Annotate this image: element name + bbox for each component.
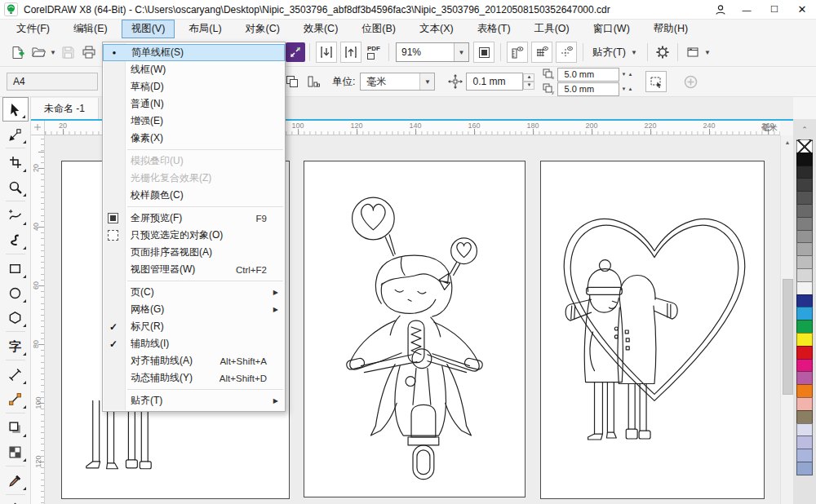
color-swatch[interactable] [796,449,813,462]
show-grid-button[interactable] [531,42,552,63]
duplicate-y-spinner[interactable]: ▼▲ [621,86,634,91]
color-swatch[interactable] [796,410,813,424]
duplicate-x-spinner[interactable]: ▼▲ [621,72,634,77]
account-icon[interactable] [708,0,733,19]
color-swatch[interactable] [796,371,813,385]
view-menu-item[interactable]: 贴齐(T)▶ [103,392,285,409]
color-swatch[interactable] [796,204,813,218]
view-menu-item[interactable]: ●简单线框(S) [103,44,285,61]
menubar-item[interactable]: 表格(T) [468,20,521,38]
vertical-scrollbar[interactable]: ▲ [780,135,793,504]
view-menu-item[interactable]: 草稿(D) [103,78,285,95]
menubar-item[interactable]: 窗口(W) [583,20,640,38]
view-menu-item[interactable]: 增强(E) [103,113,285,130]
view-menu-item[interactable]: 校样颜色(C) [103,187,285,204]
view-menu-item[interactable]: 全屏预览(F)F9 [103,210,285,227]
color-swatch[interactable] [796,217,813,231]
color-swatch[interactable] [796,359,813,373]
color-swatch[interactable] [796,384,813,398]
maximize-button[interactable]: ☐ [761,0,788,19]
publish-pdf-button[interactable]: PDF [363,42,384,63]
pick-tool[interactable] [2,97,29,122]
menubar-item[interactable]: 编辑(E) [64,20,118,38]
artistic-media-tool[interactable] [2,228,29,252]
view-menu-item[interactable]: 网格(G)▶ [103,301,285,318]
zoom-level-combo[interactable]: 91% ▼ [396,42,469,62]
nudge-spinner[interactable]: ▲▼ [523,72,534,91]
connector-tool[interactable] [2,387,29,411]
view-menu-item[interactable]: 只预览选定的对象(O) [103,227,285,244]
application-launcher-button[interactable] [682,42,703,63]
color-swatch[interactable] [796,166,813,179]
color-swatch[interactable] [796,230,813,244]
view-menu-item[interactable]: ✓标尺(R) [103,318,285,335]
view-menu-item[interactable]: 视图管理器(W)Ctrl+F2 [103,261,285,278]
spin-up-icon[interactable]: ▲ [523,73,534,82]
color-swatch[interactable] [796,191,813,205]
units-caret-icon[interactable]: ▼ [419,73,434,90]
menubar-item[interactable]: 工具(O) [525,20,579,38]
color-swatch[interactable] [796,281,813,295]
eyedropper-tool[interactable] [2,468,29,493]
palette-scroll-up-icon[interactable]: ⌃ [793,119,816,140]
spin-down-icon[interactable]: ▼ [523,82,534,90]
color-swatch[interactable] [796,333,813,347]
view-menu-item[interactable]: 普通(N) [103,95,285,113]
view-menu-item[interactable]: 页面排序器视图(A) [103,244,285,261]
freehand-tool[interactable] [2,203,29,228]
menubar-item[interactable]: 帮助(H) [644,20,698,38]
color-swatch[interactable] [796,346,813,360]
color-swatch[interactable] [796,435,813,449]
color-swatch[interactable] [796,268,813,282]
ellipse-tool[interactable] [2,281,29,305]
page-size-combo[interactable]: A4 [7,73,98,91]
color-swatch[interactable] [796,423,813,437]
shape-tool[interactable] [2,122,29,146]
nudge-distance-field[interactable]: 0.1 mm [466,73,523,91]
view-menu-item[interactable]: 页(C)▶ [103,284,285,301]
interactive-fill-tool[interactable] [2,497,29,504]
color-swatch[interactable] [796,294,813,308]
page-2[interactable] [304,161,526,497]
menubar-item[interactable]: 效果(C) [294,20,348,38]
rectangle-tool[interactable] [2,256,29,281]
menubar-item[interactable]: 文本(X) [410,20,463,38]
new-document-button[interactable] [7,42,28,63]
menubar-item[interactable]: 布局(L) [179,20,231,38]
fullscreen-preview-button[interactable] [473,42,494,63]
duplicate-x-field[interactable]: 5.0 mm [557,68,619,82]
polygon-tool[interactable] [2,305,29,329]
snap-to-dropdown[interactable]: 贴齐(T) ▼ [588,43,643,62]
color-swatch[interactable] [796,307,813,321]
zoom-tool[interactable] [2,175,29,199]
view-menu-item[interactable]: 线框(W) [103,61,285,78]
scrollbar-thumb[interactable] [783,279,793,395]
menubar-item[interactable]: 位图(B) [352,20,406,38]
crop-tool[interactable] [2,150,29,175]
color-swatch[interactable] [796,153,813,166]
color-swatch[interactable] [796,462,813,475]
show-rulers-button[interactable] [507,42,528,63]
dimension-tool[interactable] [2,362,29,387]
export-button[interactable] [340,42,361,63]
transparency-tool[interactable] [2,440,29,464]
drop-shadow-tool[interactable] [2,415,29,440]
color-swatch[interactable] [796,397,813,411]
vertical-ruler[interactable]: 20406080100120 [31,135,45,504]
page-3[interactable] [540,161,765,499]
menubar-item[interactable]: 文件(F) [7,20,60,38]
launcher-dropdown-caret-icon[interactable]: ▼ [703,49,712,56]
no-color-swatch[interactable] [796,139,813,153]
units-combo[interactable]: 毫米 ▼ [360,73,435,91]
view-menu-item[interactable]: 像素(X) [103,130,285,147]
color-swatch[interactable] [796,255,813,269]
text-tool[interactable]: 字 [2,334,29,358]
open-dropdown-caret-icon[interactable]: ▼ [49,49,57,56]
print-button[interactable] [78,42,100,63]
menubar-item[interactable]: 视图(V) [122,20,175,38]
close-button[interactable]: ✕ [788,0,816,19]
color-swatch[interactable] [796,320,813,334]
options-gear-button[interactable] [652,42,673,63]
view-menu-item[interactable]: ✓辅助线(I) [103,335,285,352]
color-swatch[interactable] [796,178,813,192]
